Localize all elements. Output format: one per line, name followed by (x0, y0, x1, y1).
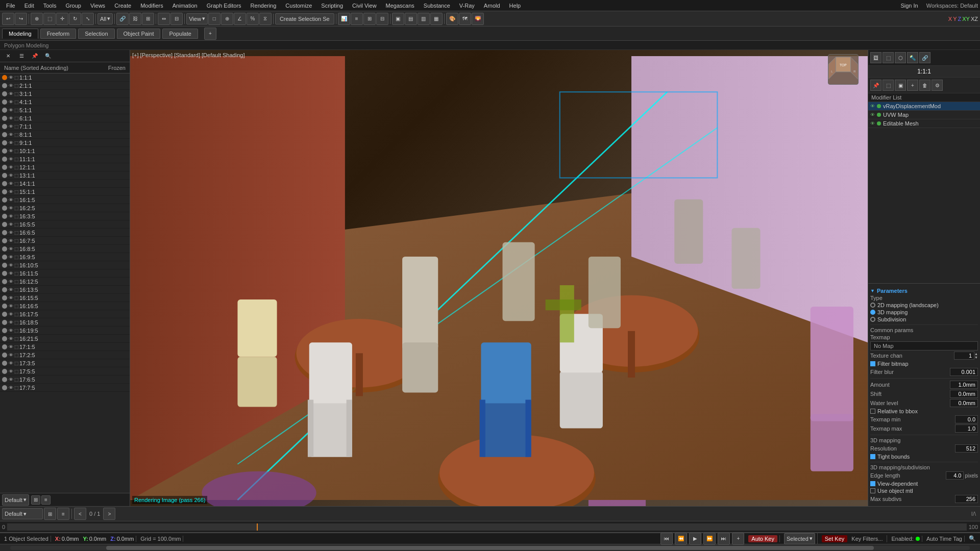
layer-render[interactable]: ⬚ (14, 271, 19, 276)
layer-eye[interactable]: 👁 (9, 279, 13, 284)
modifier-item-mesh[interactable]: 👁 Editable Mesh (868, 119, 980, 128)
layer-eye[interactable]: 👁 (9, 271, 13, 276)
layer-dropdown[interactable]: Default ▾ (2, 494, 29, 506)
snap-toggle-btn[interactable]: ⊕ (221, 13, 233, 25)
layer-render[interactable]: ⬚ (14, 116, 19, 121)
modifier-tool-btn3[interactable]: ⬡ (895, 52, 906, 63)
bottom-view-btn2[interactable]: ≡ (57, 508, 69, 520)
layer-render[interactable]: ⬚ (14, 197, 19, 203)
tight-bounds-row[interactable]: Tight bounds (870, 454, 978, 460)
layer-item[interactable]: 👁 ⬚ 17:2:5 (0, 351, 130, 359)
layer-item[interactable]: 👁 ⬚ 4:1:1 (0, 98, 130, 106)
layer-eye[interactable]: 👁 (9, 320, 13, 325)
scale-btn[interactable]: ⤡ (82, 13, 94, 25)
timeline-bar[interactable] (7, 523, 967, 531)
radio-2d-mapping[interactable]: 2D mapping (landscape) (870, 302, 978, 308)
menu-civil-view[interactable]: Civil View (348, 2, 380, 10)
layer-render[interactable]: ⬚ (14, 255, 19, 260)
modifier-eye-icon[interactable]: 👁 (870, 112, 875, 117)
layer-eye[interactable]: 👁 (9, 148, 13, 154)
view-dependent-row[interactable]: View-dependent (870, 481, 978, 487)
show-end-btn[interactable]: ▣ (895, 80, 906, 91)
layer-item[interactable]: 👁 ⬚ 16:11:5 (0, 269, 130, 278)
viewport[interactable]: [+] [Perspective] [Standard] [Default Sh… (130, 50, 868, 506)
render-btn[interactable]: ▣ (392, 13, 404, 25)
panel-pin-btn[interactable]: 📌 (29, 50, 41, 62)
shift-input[interactable] (950, 390, 978, 398)
render-frame-btn[interactable]: □ (208, 13, 220, 25)
menu-help[interactable]: Help (505, 2, 525, 10)
texmap-min-input[interactable] (955, 415, 978, 423)
layer-item[interactable]: 👁 ⬚ 16:2:5 (0, 204, 130, 212)
layer-item[interactable]: 👁 ⬚ 17:3:5 (0, 359, 130, 367)
layer-render[interactable]: ⬚ (14, 295, 19, 300)
menu-modifiers[interactable]: Modifiers (136, 2, 167, 10)
use-object-mtl-checkbox[interactable] (870, 488, 875, 493)
layer-render[interactable]: ⬚ (14, 385, 19, 390)
bind-btn[interactable]: ⊞ (142, 13, 154, 25)
layer-eye[interactable]: 👁 (9, 165, 13, 170)
layer-eye[interactable]: 👁 (9, 312, 13, 317)
view-dependent-checkbox[interactable] (870, 481, 875, 486)
layer-render[interactable]: ⬚ (14, 328, 19, 333)
layer-view-btn[interactable]: ⊞ (31, 495, 40, 505)
modifier-item-vray[interactable]: 👁 vRayDisplacementMod (868, 102, 980, 111)
modifier-tool-btn1[interactable]: 🖼 (870, 52, 881, 63)
set-key-button[interactable]: Set Key (822, 535, 848, 542)
max-subdivs-input[interactable] (955, 495, 978, 503)
select-object-btn[interactable]: ⊕ (31, 13, 43, 25)
tight-bounds-checkbox[interactable] (870, 454, 875, 459)
layer-render[interactable]: ⬚ (14, 165, 19, 170)
layer-render[interactable]: ⬚ (14, 353, 19, 358)
modifier-tool-btn5[interactable]: 🔗 (919, 52, 930, 63)
layer-item[interactable]: 👁 ⬚ 13:1:1 (0, 171, 130, 180)
layer-item[interactable]: 👁 ⬚ 8:1:1 (0, 131, 130, 139)
menu-group[interactable]: Group (61, 2, 85, 10)
menu-vray[interactable]: V-Ray (455, 2, 479, 10)
snap-pct-btn[interactable]: % (247, 13, 259, 25)
menu-megascans[interactable]: Megascans (382, 2, 419, 10)
use-object-mtl-row[interactable]: Use object mtl (870, 488, 978, 494)
render-all-btn[interactable]: ▤ (405, 13, 417, 25)
layer-eye[interactable]: 👁 (9, 91, 13, 96)
layer-render[interactable]: ⬚ (14, 263, 19, 268)
layer-eye[interactable]: 👁 (9, 230, 13, 235)
layer-render[interactable]: ⬚ (14, 287, 19, 292)
layer-item[interactable]: 👁 ⬚ 17:5:5 (0, 367, 130, 375)
relative-bbox-row[interactable]: Relative to bbox (870, 408, 978, 414)
menu-scripting[interactable]: Scripting (317, 2, 347, 10)
table-btn[interactable]: ⊞ (363, 13, 376, 25)
layer-render[interactable]: ⬚ (14, 222, 19, 227)
tab-freeform[interactable]: Freeform (40, 29, 77, 39)
delete-modifier-btn[interactable]: 🗑 (919, 80, 930, 91)
layer-eye[interactable]: 👁 (9, 246, 13, 252)
layer-eye[interactable]: 👁 (9, 377, 13, 382)
layer-item[interactable]: 👁 ⬚ 17:7:5 (0, 384, 130, 392)
layer-render[interactable]: ⬚ (14, 173, 19, 178)
layer-render[interactable]: ⬚ (14, 99, 19, 105)
next-frame-btn[interactable]: ⏩ (703, 533, 716, 545)
menu-file[interactable]: File (2, 2, 19, 10)
layer-item[interactable]: 👁 ⬚ 16:18:5 (0, 318, 130, 327)
filter-blur-input[interactable] (950, 368, 978, 376)
layer-eye[interactable]: 👁 (9, 75, 13, 80)
layer-item[interactable]: 👁 ⬚ 16:9:5 (0, 253, 130, 261)
radio-subdivision[interactable]: Subdivision (870, 316, 978, 322)
go-end-btn[interactable]: ⏭ (718, 533, 730, 545)
modifier-tool-btn2[interactable]: ⬚ (883, 52, 894, 63)
snap-spinner-btn[interactable]: ⧖ (259, 13, 272, 25)
play-btn[interactable]: ▶ (689, 533, 701, 545)
layer-item[interactable]: 👁 ⬚ 10:1:1 (0, 147, 130, 155)
layer-eye[interactable]: 👁 (9, 189, 13, 194)
render-frame-window-btn[interactable]: ▦ (430, 13, 443, 25)
modifier-eye-icon[interactable]: 👁 (870, 121, 875, 126)
layer-eye[interactable]: 👁 (9, 295, 13, 300)
layer-render[interactable]: ⬚ (14, 157, 19, 162)
h-scroll-track[interactable] (10, 546, 970, 550)
menu-customize[interactable]: Customize (281, 2, 316, 10)
go-start-btn[interactable]: ⏮ (660, 533, 673, 545)
modifier-config-btn[interactable]: ⚙ (932, 80, 943, 91)
layer-eye[interactable]: 👁 (9, 385, 13, 390)
all-dropdown[interactable]: All ▾ (97, 13, 113, 24)
grid-btn[interactable]: ⊟ (376, 13, 388, 25)
